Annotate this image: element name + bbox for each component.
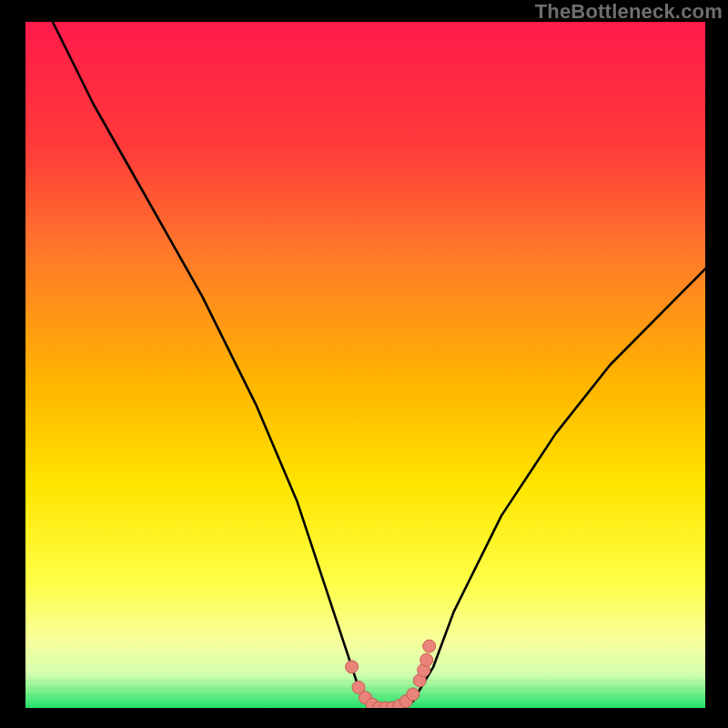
- watermark-text: TheBottleneck.com: [535, 0, 723, 24]
- chart-frame: TheBottleneck.com: [0, 0, 728, 728]
- plot-area: [25, 22, 705, 708]
- svg-rect-0: [25, 22, 705, 708]
- heat-gradient-background: [25, 22, 705, 708]
